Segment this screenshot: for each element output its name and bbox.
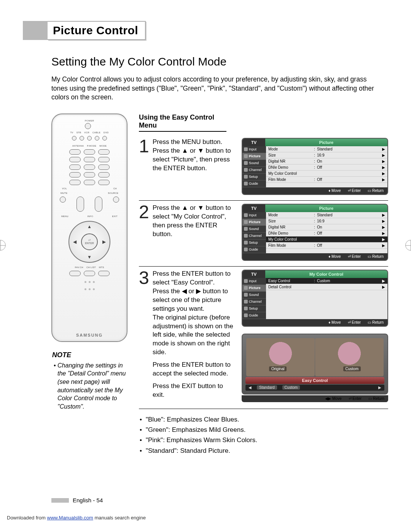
osd-screen: TVMy Color Control InputPictureSoundChan… [242, 270, 388, 327]
osd-side-item: Setup [242, 240, 266, 246]
step-number: 3 [139, 270, 150, 403]
enter-icon: ⏎ [88, 239, 91, 242]
chapter-header: Picture Control [23, 21, 388, 40]
list-item: "Blue": Emphasizes Clear Blues. [140, 414, 388, 425]
osd-row: Detail Control▶ [266, 284, 387, 290]
step-1: 1 Press the MENU button.Press the ▲ or ▼… [139, 135, 388, 201]
osd-row: Mode:Standard▶ [266, 212, 387, 218]
note-heading: NOTE [52, 351, 127, 359]
right-arrow-icon: ▶ [378, 385, 381, 390]
osd-row: Film Mode:Off▶ [266, 243, 387, 249]
note-body: • Changing the settings in the "Detail C… [51, 361, 127, 411]
custom-label: Custom [343, 366, 361, 371]
osd-side-item: Channel [242, 233, 266, 240]
easy-control-preview: Original Custom Easy Control ◀ StandardC… [242, 334, 388, 395]
osd-side-item: Guide [242, 246, 266, 253]
step-3: 3 Press the ENTER button to select "Easy… [139, 267, 388, 409]
osd-side-item: Channel [242, 167, 266, 174]
step-number: 1 [139, 138, 150, 195]
osd-side-item: Sound [242, 160, 266, 167]
list-item: "Pink": Emphasizes Warm Skin Colors. [140, 435, 388, 445]
footer-bar-icon [51, 498, 69, 503]
original-label: Original [269, 366, 287, 371]
enter-hint: ⏎ Enter [348, 254, 361, 259]
manualslib-link[interactable]: www.Manualslib.com [47, 515, 93, 521]
num-1 [69, 157, 81, 162]
down-arrow-icon: ▼ [87, 254, 92, 260]
osd-side-item: Setup [242, 305, 266, 312]
intro-paragraph: My Color Control allows you to adjust co… [51, 75, 382, 102]
osd-row: My Color Control▶ [266, 236, 387, 243]
osd-row: My Color Control▶ [266, 171, 387, 177]
return-hint: ▭ Return [368, 254, 384, 259]
osd-row: DNIe Demo:Off▶ [266, 230, 387, 236]
osd-side-item: Channel [242, 299, 266, 305]
osd-row: Mode:Standard▶ [266, 146, 387, 152]
page-footer: English - 54 [51, 497, 103, 503]
step-2: 2 Press the ▲ or ▼ button to select "My … [139, 201, 388, 267]
osd-row: Size:16:9▶ [266, 152, 387, 158]
color-mode-list: "Blue": Emphasizes Clear Blues."Green": … [140, 414, 388, 456]
list-item: "Green": Emphasizes Mild Greens. [140, 425, 388, 435]
chapter-title: Picture Control [53, 24, 138, 37]
osd-row: DNIe Demo:Off▶ [266, 165, 387, 171]
download-line: Downloaded from www.Manualslib.com manua… [7, 515, 146, 521]
osd-side-item: Setup [242, 174, 266, 181]
remote-menu-label: MENU [61, 215, 68, 217]
easy-control-options: ◀ StandardCustom ▶ [245, 385, 384, 391]
osd-side-item: Input [242, 212, 266, 219]
enter-hint: ⏎ Enter [348, 189, 361, 193]
osd-screen: TVPicture InputPictureSoundChannelSetupG… [242, 204, 388, 261]
return-hint: ▭ Return [368, 189, 384, 193]
osd-side-item: Picture [242, 285, 266, 292]
osd-side-item: Guide [242, 312, 266, 319]
step-text: Press the MENU button.Press the ▲ or ▼ b… [153, 138, 236, 195]
power-button-icon [85, 123, 91, 129]
remote-brand: SAMSUNG [76, 333, 103, 337]
right-arrow-icon: ▶ [102, 239, 106, 244]
osd-row: Size:16:9▶ [266, 218, 387, 224]
remote-illustration: POWER TV STB VCR CABLE DVD ANTENNA P.MOD… [51, 113, 127, 342]
osd-side-item: Guide [242, 181, 266, 187]
subheading: Using the Easy Control Menu [139, 113, 226, 132]
step-number: 2 [139, 204, 150, 261]
move-hint: ♦ Move [328, 254, 341, 259]
osd-row: Digital NR:On▶ [266, 224, 387, 230]
osd-side-item: Sound [242, 226, 266, 233]
list-item: "Standard": Standard Picture. [140, 446, 388, 456]
page-title: Setting the My Color Control Mode [51, 55, 388, 68]
osd-row: Digital NR:On▶ [266, 158, 387, 165]
return-hint: ▭ Return [368, 320, 384, 324]
osd-screen: TVPicture InputPictureSoundChannelSetupG… [242, 138, 388, 195]
osd-side-item: Input [242, 146, 266, 153]
move-hint: ♦ Move [328, 320, 341, 324]
osd-side-item: Picture [242, 219, 266, 226]
remote-mode-row: TV STB VCR CABLE DVD [70, 131, 108, 134]
remote-dpad: ▲ ▼ ◀ ▶ ⏎ ENTER [68, 221, 110, 263]
left-arrow-icon: ◀ [249, 385, 252, 390]
up-arrow-icon: ▲ [87, 224, 92, 229]
enter-hint: ⏎ Enter [348, 320, 361, 324]
osd-side-item: Picture [242, 153, 266, 160]
osd-row: Film Mode:Off▶ [266, 177, 387, 183]
easy-control-bar: Easy Control [245, 377, 384, 384]
remote-power-label: POWER [85, 120, 94, 122]
osd-side-item: Input [242, 278, 266, 285]
left-arrow-icon: ◀ [73, 239, 76, 244]
move-hint: ♦ Move [328, 189, 341, 193]
remote-enter-label: ENTER [85, 242, 94, 244]
osd-side-item: Sound [242, 292, 266, 299]
osd-row: Easy Control:Custom▶ [266, 278, 387, 284]
step-text: Press the ▲ or ▼ button to select "My Co… [153, 204, 236, 261]
step-text: Press the ENTER button to select "Easy C… [153, 270, 236, 403]
chapter-color-block [23, 21, 48, 40]
